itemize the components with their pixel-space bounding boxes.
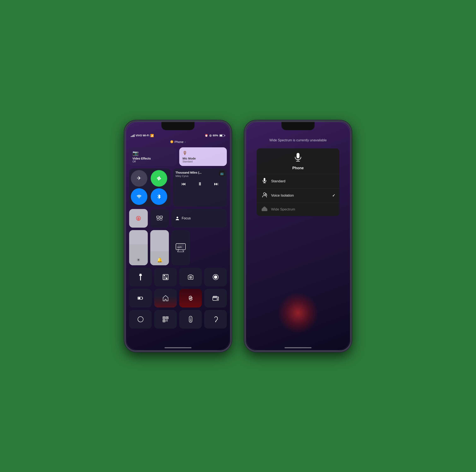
top-row: 📷 Video Effects Off 🎙 Mic Mode Standard	[129, 147, 227, 166]
hearing-btn[interactable]	[204, 310, 227, 329]
right-screen: Wide Spectrum is currently unavailable P…	[246, 122, 350, 350]
battery-icon	[219, 134, 225, 137]
right-phone: Wide Spectrum is currently unavailable P…	[244, 120, 352, 352]
phone-indicator-label: Phone	[174, 140, 183, 144]
mute-button[interactable]	[124, 157, 125, 165]
calculator-btn[interactable]	[154, 268, 177, 287]
media-pause-btn[interactable]: ⏸	[197, 180, 203, 187]
record-btn[interactable]	[204, 268, 227, 287]
svg-rect-6	[160, 216, 162, 218]
svg-rect-47	[166, 320, 167, 320]
brightness-slider[interactable]: ☀	[129, 230, 148, 265]
svg-point-9	[177, 217, 178, 218]
airplane-mode-btn[interactable]: ✈	[131, 170, 147, 187]
mic-panel-header: Phone	[257, 148, 340, 174]
mic-mode-tile[interactable]: 🎙 Mic Mode Standard	[179, 147, 227, 166]
wifi-btn[interactable]	[131, 188, 147, 205]
connectivity-tile: ✈	[129, 169, 170, 206]
remote-btn[interactable]	[179, 310, 202, 329]
qr-btn[interactable]	[154, 310, 177, 329]
power-button[interactable]	[231, 168, 232, 182]
svg-rect-19	[164, 277, 165, 277]
appletv-tile[interactable]: apple TV	[171, 230, 190, 265]
svg-rect-8	[160, 219, 162, 220]
svg-point-33	[214, 275, 217, 279]
volume-up-button[interactable]	[124, 169, 125, 183]
svg-rect-28	[165, 279, 166, 279]
accessibility-btn[interactable]	[129, 310, 152, 329]
svg-rect-46	[164, 320, 165, 321]
mic-mode-subtitle: Standard	[183, 160, 223, 163]
signal-bar-2	[132, 135, 133, 137]
volume-down-button-right[interactable]	[244, 187, 245, 200]
cellular-btn[interactable]	[151, 170, 167, 187]
status-right: ⏰ ◎ 60%	[205, 134, 225, 137]
volume-slider[interactable]: 🔔	[150, 230, 169, 265]
home-btn[interactable]	[154, 289, 177, 307]
camera-btn[interactable]	[179, 268, 202, 287]
svg-rect-57	[297, 153, 299, 158]
mute-button-right[interactable]	[244, 157, 245, 165]
mic-mode-info: Mic Mode Standard	[183, 157, 223, 163]
wifi-icon: 📶	[150, 134, 154, 137]
lower-row: Focus	[129, 209, 227, 228]
middle-row: ✈	[129, 169, 227, 206]
volume-up-button-right[interactable]	[244, 169, 245, 183]
alarm-icon: ⏰	[205, 134, 208, 137]
svg-point-4	[138, 219, 139, 219]
power-button-right[interactable]	[351, 168, 352, 182]
media-tile: 📺 Thousand Miles (... Miley Cyrus ⏮ ⏸ ⏭	[173, 169, 227, 206]
phone-recording-dot	[170, 140, 173, 143]
phone-indicator[interactable]: Phone ›	[126, 139, 230, 146]
svg-rect-17	[167, 275, 168, 276]
sliders-row: ☀ 🔔 apple TV	[129, 230, 227, 265]
svg-rect-48	[167, 320, 168, 320]
media-prev-btn[interactable]: ⏮	[180, 180, 187, 187]
screen-lock-tile[interactable]	[129, 209, 148, 228]
status-bar: VIVO Wi-Fi 📶 ⏰ ◎ 60%	[126, 122, 230, 139]
video-effects-tile[interactable]: 📷 Video Effects Off	[129, 147, 177, 166]
wide-spectrum-icon	[261, 206, 268, 212]
volume-down-button[interactable]	[124, 187, 125, 200]
wide-spectrum-label: Wide Spectrum	[271, 207, 335, 211]
svg-rect-55	[190, 321, 191, 321]
standard-option[interactable]: Standard	[257, 174, 340, 188]
voice-isolation-check: ✓	[332, 193, 335, 198]
focus-tile[interactable]: Focus	[171, 209, 227, 228]
flashlight-btn[interactable]	[129, 268, 152, 287]
signal-bar-4	[134, 134, 135, 137]
chevron-right-icon: ›	[185, 140, 186, 143]
grid-row-1	[129, 268, 227, 287]
signal-bars	[131, 134, 135, 137]
home-indicator	[165, 347, 191, 348]
signal-bar-1	[131, 136, 131, 137]
location-icon: ◎	[209, 134, 211, 137]
wallet-btn[interactable]	[204, 289, 227, 307]
media-next-btn[interactable]: ⏭	[213, 180, 219, 187]
home-indicator-right	[285, 347, 311, 348]
svg-rect-15	[164, 275, 165, 276]
shazam-btn[interactable]	[179, 289, 202, 307]
wide-spectrum-option[interactable]: Wide Spectrum	[257, 203, 340, 216]
svg-rect-25	[165, 278, 166, 278]
mic-mode-panel: Phone Standard	[257, 148, 340, 216]
svg-point-1	[139, 197, 139, 198]
battery-percent: 60%	[213, 134, 218, 137]
screen-mirror-tile[interactable]	[150, 209, 169, 228]
unavailable-text: Wide Spectrum is currently unavailable	[270, 138, 327, 142]
voice-isolation-label: Voice Isolation	[271, 193, 332, 198]
svg-line-65	[267, 195, 267, 196]
video-effects-subtitle: Off	[133, 160, 173, 163]
grid-row-2	[129, 289, 227, 307]
svg-rect-44	[167, 317, 168, 318]
svg-rect-22	[167, 277, 168, 277]
svg-rect-53	[190, 319, 191, 320]
svg-rect-21	[166, 277, 167, 277]
svg-rect-38	[217, 299, 218, 300]
video-effects-info: Video Effects Off	[133, 157, 173, 163]
bluetooth-btn[interactable]	[151, 188, 167, 205]
standard-icon	[261, 178, 268, 185]
brightness-icon: ☀	[136, 257, 140, 263]
voice-isolation-option[interactable]: Voice Isolation ✓	[257, 188, 340, 203]
battery-btn[interactable]	[129, 289, 152, 307]
